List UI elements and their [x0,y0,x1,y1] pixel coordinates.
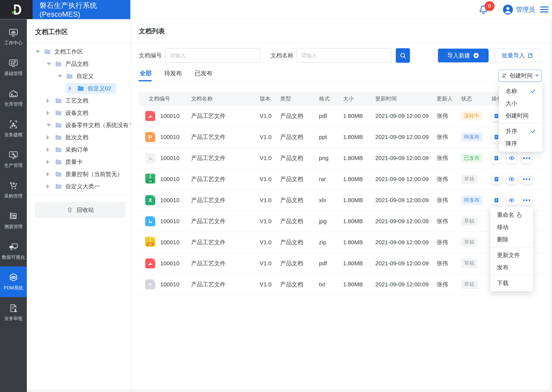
tab[interactable]: 待发布 [164,69,182,77]
cell-doc-no: 100010 [160,197,191,203]
document-detail-button[interactable] [491,195,501,205]
tree-node[interactable]: 自定义大类一 [27,180,105,193]
document-detail-button[interactable] [491,174,501,184]
batch-import-button[interactable]: 批量导入 [494,49,541,63]
sidebar-item[interactable]: 业务审批 [0,297,27,328]
folder-icon [55,60,62,68]
doc-no-input[interactable] [165,48,261,63]
tree-node[interactable]: 工艺文档 [27,95,93,107]
cell-doc-name: 产品工艺文件 [191,175,260,183]
document-icon [494,176,499,182]
document-icon [494,197,499,203]
tree-node[interactable]: 采购订单 [27,144,93,156]
sort-menu-item[interactable]: 名称 [499,85,542,97]
caret-icon[interactable] [47,124,52,126]
png-file-icon [145,153,155,163]
more-actions-button[interactable] [522,174,532,184]
table-body: 100010 产品工艺文件 V1.0 产品文档 pdf 1.80MB 2021-… [139,106,542,295]
tree-node[interactable]: 批次文档 [27,131,93,144]
sidebar-item[interactable]: 溯源管理 [0,205,27,236]
tree-node[interactable]: 自定义02 [27,82,116,95]
cell-updated: 2021-09-09 12:00:09 [375,134,437,140]
col-updater: 更新人 [437,95,461,102]
cell-size: 1.80MB [343,239,375,245]
svg-text:PDM: PDM [12,277,15,279]
tree-node[interactable]: 文档工作区 [27,46,88,58]
caret-icon[interactable] [47,111,52,115]
caret-icon[interactable] [58,75,64,77]
user-menu[interactable]: 管理员 [503,5,535,14]
caret-icon[interactable] [36,50,41,53]
preview-button[interactable] [507,195,516,205]
cell-format: txt [319,281,343,288]
tree-node[interactable]: 设备零件文档（系统没有？） [27,119,145,131]
sidebar-item[interactable]: 采购管理 [0,175,27,205]
search-icon [399,52,407,59]
sidebar-item[interactable]: 数据可视化 [0,236,27,266]
context-menu-item[interactable]: 移动 [490,221,533,233]
cell-type: 产品文档 [280,196,319,204]
tree-node[interactable]: 产品文档 [27,58,93,70]
cell-type: 产品文档 [280,154,319,162]
cell-updated: 2021-09-09 12:00:09 [375,197,437,203]
preview-button[interactable] [507,153,516,163]
cell-version: V1.0 [260,281,280,288]
cell-doc-no: 100010 [160,239,191,245]
workspace-title: 文档工作区 [35,28,68,36]
sidebar-item[interactable]: 仓库管理 [0,83,27,113]
tab[interactable]: 已发布 [195,69,212,77]
sidebar-item[interactable]: 基础管理 [0,52,27,83]
cell-doc-name: 产品工艺文件 [191,259,260,267]
sort-menu-item[interactable]: 降序 [499,137,542,150]
document-detail-button[interactable] [491,153,501,163]
search-button[interactable] [396,48,410,63]
tab[interactable]: 全部 [140,69,152,77]
caret-icon[interactable] [47,147,52,152]
context-menu-item[interactable]: 重命名 [490,209,533,221]
import-new-button[interactable]: 导入新建 [438,49,488,63]
sort-menu-item[interactable]: 升序 [499,125,542,137]
sidebar-item[interactable]: 工作中心 [0,21,27,52]
context-menu-item[interactable]: 下载 [490,277,533,289]
cell-doc-no: 100010 [160,281,191,288]
txt-file-icon [145,280,155,289]
sidebar-item[interactable]: 业务建模 [0,113,27,144]
cell-doc-no: 100010 [160,134,191,140]
tree-node[interactable]: 设备文档 [27,107,93,119]
sort-menu-item[interactable]: 大小 [499,97,542,110]
sidebar-item[interactable]: 生产管理 [0,144,27,175]
context-menu-item[interactable]: 更新文件 [490,249,533,261]
caret-icon[interactable] [47,184,52,189]
recycle-bin-button[interactable]: 回收站 [35,202,125,218]
sort-menu-item[interactable]: 创建时间 [499,110,542,122]
cell-format: ppt [319,134,343,140]
context-menu-item[interactable]: 发布 [490,261,533,273]
caret-icon[interactable] [47,160,52,164]
status-badge: 草稿 [461,259,477,268]
caret-icon[interactable] [47,135,52,140]
tree-node[interactable]: 质量控制（当前暂无） [27,168,128,180]
caret-icon[interactable] [47,98,52,103]
tree-node[interactable]: 自定义 [27,70,99,82]
sort-button[interactable]: 创建时间 [498,70,542,82]
cell-type: 产品文档 [280,280,319,288]
caret-icon[interactable] [47,172,52,176]
context-menu-item[interactable]: 删除 [490,233,533,245]
cell-format: jpg [319,218,343,224]
status-badge: 待发布 [461,133,482,141]
menu-hamburger-icon[interactable] [540,7,549,13]
caret-icon[interactable] [47,63,52,65]
cell-doc-no: 100010 [160,113,191,119]
preview-button[interactable] [507,174,516,184]
more-actions-button[interactable] [522,195,532,205]
caret-icon[interactable] [69,86,74,91]
top-header: 磐石生产执行系统(PescoMES) 9 管理员 [0,0,552,19]
sidebar-item[interactable]: PDM PDM系统 [0,266,27,297]
cell-size: 1.80MB [343,197,375,203]
doc-name-input[interactable] [297,48,392,63]
eye-icon [508,176,515,182]
more-actions-button[interactable] [522,153,532,163]
tree-node[interactable]: 质量卡 [27,156,87,168]
folder-icon [66,72,73,80]
ellipsis-icon [523,157,530,159]
